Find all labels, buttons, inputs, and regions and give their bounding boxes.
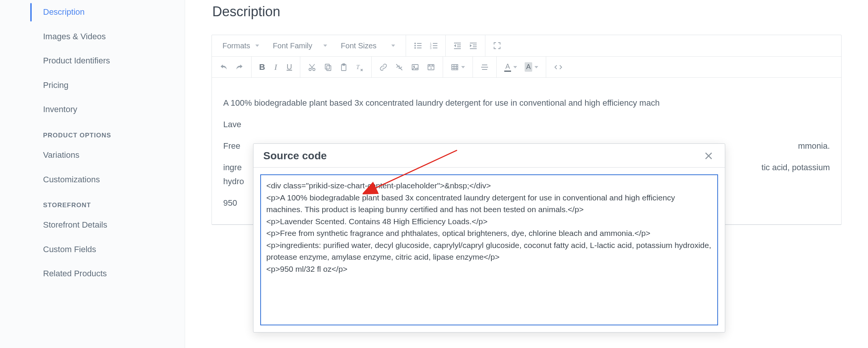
undo-button[interactable] [216, 60, 232, 75]
background-color-button[interactable]: A [521, 60, 542, 75]
formats-dropdown[interactable]: Formats [216, 42, 266, 50]
indent-button[interactable] [465, 38, 481, 53]
sidebar-heading-storefront: STOREFRONT [30, 192, 185, 213]
svg-rect-31 [428, 65, 434, 70]
svg-rect-20 [470, 48, 477, 49]
svg-rect-24 [325, 64, 329, 69]
table-button[interactable] [447, 60, 469, 75]
svg-marker-32 [431, 67, 432, 69]
sidebar-heading-product-options: PRODUCT OPTIONS [30, 122, 185, 143]
fullscreen-button[interactable] [489, 38, 505, 53]
unlink-button[interactable] [391, 60, 407, 75]
text-color-button[interactable]: A [500, 60, 521, 75]
sidebar-item-description[interactable]: Description [30, 0, 185, 25]
sidebar-item-customizations[interactable]: Customizations [30, 168, 185, 192]
copy-button[interactable] [320, 60, 336, 75]
horizontal-rule-button[interactable] [477, 60, 493, 75]
svg-point-2 [414, 45, 416, 46]
image-button[interactable] [407, 60, 423, 75]
chevron-down-icon [255, 45, 259, 47]
chevron-down-icon [534, 66, 538, 68]
paste-button[interactable] [336, 60, 352, 75]
bullet-list-button[interactable] [410, 38, 426, 53]
chevron-down-icon [323, 45, 327, 47]
svg-rect-15 [454, 48, 461, 49]
svg-rect-36 [482, 69, 487, 70]
bold-button[interactable]: B [255, 60, 269, 75]
svg-rect-1 [417, 43, 422, 44]
modal-title: Source code [263, 150, 327, 162]
sidebar-item-storefront-details[interactable]: Storefront Details [30, 213, 185, 237]
svg-rect-35 [482, 65, 487, 65]
svg-marker-16 [454, 44, 456, 47]
svg-text:T: T [356, 64, 360, 70]
svg-rect-18 [473, 45, 477, 45]
sidebar-item-variations[interactable]: Variations [30, 143, 185, 168]
svg-rect-5 [417, 48, 422, 48]
video-button[interactable] [423, 60, 439, 75]
svg-point-30 [414, 66, 415, 67]
sidebar-item-related-products[interactable]: Related Products [30, 262, 185, 286]
svg-rect-33 [452, 65, 458, 70]
source-code-textarea[interactable]: <div class="prikid-size-chart-content-pl… [260, 174, 718, 325]
sidebar-item-custom-fields[interactable]: Custom Fields [30, 237, 185, 262]
link-button[interactable] [375, 60, 391, 75]
svg-point-0 [414, 43, 416, 44]
svg-text:3: 3 [430, 46, 432, 50]
numbered-list-button[interactable]: 123 [426, 38, 442, 53]
chevron-down-icon [513, 66, 517, 68]
svg-rect-17 [470, 43, 477, 43]
sidebar-item-pricing[interactable]: Pricing [30, 73, 185, 98]
svg-rect-3 [417, 45, 422, 46]
svg-rect-9 [433, 45, 437, 46]
sidebar-item-images-videos[interactable]: Images & Videos [30, 25, 185, 49]
chevron-down-icon [391, 45, 395, 47]
svg-rect-13 [457, 45, 461, 45]
source-code-button[interactable] [550, 60, 567, 75]
font-family-dropdown[interactable]: Font Family [266, 42, 334, 50]
outdent-button[interactable] [449, 38, 465, 53]
svg-rect-12 [454, 43, 461, 43]
italic-button[interactable]: I [269, 60, 283, 75]
close-button[interactable] [702, 150, 715, 162]
close-icon [704, 152, 713, 160]
svg-rect-25 [327, 66, 331, 71]
svg-rect-7 [433, 43, 437, 44]
page-title: Description [212, 4, 842, 20]
underline-button[interactable]: U [283, 60, 296, 75]
sidebar-item-inventory[interactable]: Inventory [30, 97, 185, 122]
font-sizes-dropdown[interactable]: Font Sizes [334, 42, 402, 50]
cut-button[interactable] [304, 60, 320, 75]
editor-toolbar: Formats Font Family Font Sizes [212, 35, 841, 78]
clear-formatting-button[interactable]: T [352, 60, 368, 75]
svg-rect-34 [481, 67, 488, 68]
source-code-modal: Source code <div class="prikid-size-char… [253, 143, 725, 333]
sidebar: Description Images & Videos Product Iden… [0, 0, 185, 348]
svg-marker-21 [470, 44, 472, 47]
redo-button[interactable] [232, 60, 247, 75]
svg-rect-11 [433, 48, 437, 48]
svg-rect-19 [473, 46, 477, 47]
sidebar-item-product-identifiers[interactable]: Product Identifiers [30, 49, 185, 73]
svg-rect-14 [457, 46, 461, 47]
chevron-down-icon [461, 66, 465, 68]
svg-point-4 [414, 47, 416, 49]
